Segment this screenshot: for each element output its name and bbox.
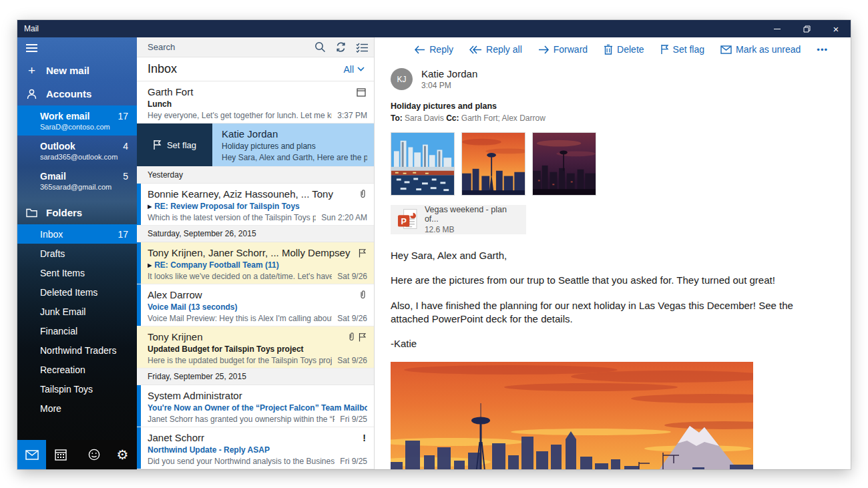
item-time: Sat 9/26 (332, 314, 367, 323)
minimize-button[interactable] (763, 20, 792, 37)
paperclip-icon (360, 189, 366, 199)
feedback-smiley-icon (88, 449, 100, 461)
attachment-size: 12.6 MB (425, 225, 519, 234)
paperclip-icon (360, 290, 366, 300)
set-flag-button[interactable]: Set flag (660, 44, 704, 55)
account-email: 365sarad@gmail.com (40, 183, 128, 191)
reply-button[interactable]: Reply (414, 44, 453, 55)
list-item-tony-krijnen-budget[interactable]: Tony Krijnen Updated Budget for Tailspin… (137, 326, 374, 369)
sidebar-account-work-email[interactable]: Work email17 SaraD@contoso.com (17, 105, 137, 136)
settings-gear-icon: ⚙ (117, 448, 129, 461)
calendar-small-icon (357, 87, 366, 97)
item-subject: Holiday pictures and plans (222, 142, 316, 151)
search-icon[interactable] (314, 41, 326, 53)
sidebar-folder-tailspin-toys[interactable]: Tailspin Toys (17, 379, 137, 399)
folders-button[interactable]: Folders (17, 201, 137, 224)
delete-button[interactable]: Delete (604, 44, 644, 55)
folder-name: Financial (40, 326, 77, 336)
sidebar-folder-recreation[interactable]: Recreation (17, 360, 137, 379)
swipe-label: Set flag (167, 140, 196, 150)
folder-name: Inbox (40, 229, 63, 240)
list-item-bonnie-kearney[interactable]: Bonnie Kearney, Aziz Hassouneh, ... Tony… (137, 184, 374, 226)
mail-app-window: Mail × + New mail Accounts Work email (17, 20, 851, 469)
list-header: Inbox All (137, 57, 374, 81)
list-item-alex-darrow[interactable]: Alex Darrow Voice Mail (13 seconds) Voic… (137, 284, 374, 326)
reply-all-button[interactable]: Reply all (469, 44, 522, 55)
list-item-garth-fort[interactable]: Garth Fort Lunch Hey everyone, Let's get… (137, 81, 374, 124)
flag-icon (153, 140, 162, 150)
folder-name: Junk Email (40, 306, 85, 317)
body-paragraph: Also, I have finished the planning for o… (391, 299, 811, 326)
message-toolbar: Reply Reply all Forward Delete Set flag … (375, 37, 851, 57)
seattle-dusk-thumbnail[interactable] (532, 132, 596, 196)
restore-icon (803, 25, 811, 33)
avatar: KJ (391, 68, 413, 90)
mail-dock-button[interactable] (17, 440, 46, 469)
thread-arrow-icon: ▶ (148, 262, 152, 268)
folder-count: 17 (118, 229, 128, 240)
sidebar-folder-drafts[interactable]: Drafts (17, 244, 137, 263)
message-subject: Holiday pictures and plans (391, 101, 851, 111)
settings-dock-button[interactable]: ⚙ (108, 440, 137, 469)
more-button[interactable]: ••• (817, 45, 828, 55)
unread-count: 5 (123, 171, 128, 182)
powerpoint-file-icon: P (397, 208, 418, 231)
forward-label: Forward (554, 44, 588, 55)
forward-icon (538, 45, 550, 54)
account-name: Work email (40, 111, 89, 121)
item-subject: Lunch (148, 99, 172, 109)
attachment-chip[interactable]: P Vegas weekend - plan of... 12.6 MB (391, 205, 526, 234)
sync-icon[interactable] (335, 41, 347, 53)
mark-unread-label: Mark as unread (736, 44, 801, 55)
new-mail-label: New mail (46, 65, 89, 76)
item-sender: Bonnie Kearney, Aziz Hassouneh, ... Tony (148, 188, 360, 200)
close-button[interactable]: × (821, 20, 851, 37)
body-paragraph: Hey Sara, Alex and Garth, (391, 249, 811, 262)
sidebar-account-outlook[interactable]: Outlook4 sarad365@outlook.com (17, 136, 137, 166)
sidebar-account-gmail[interactable]: Gmail5 365sarad@gmail.com (17, 166, 137, 196)
list-item-janet-schorr[interactable]: Janet Schorr ! Northwind Update - Reply … (137, 427, 374, 469)
item-time: Sat 9/26 (332, 272, 367, 281)
sidebar-folder-more[interactable]: More (17, 399, 137, 418)
sidebar-folder-deleted-items[interactable]: Deleted Items (17, 282, 137, 302)
calendar-dock-button[interactable] (46, 440, 75, 469)
folder-icon (26, 208, 37, 218)
seattle-waterfront-thumbnail[interactable] (391, 132, 455, 196)
select-icon[interactable] (356, 42, 369, 53)
sidebar-folder-sent-items[interactable]: Sent Items (17, 263, 137, 282)
sidebar-folder-inbox[interactable]: Inbox17 (17, 224, 137, 244)
item-sender: Tony Krijnen, Janer Schorr, ... Molly De… (148, 247, 359, 258)
selected-message-body[interactable]: Katie Jordan Holiday pictures and plans … (212, 124, 374, 166)
reply-all-icon (469, 45, 482, 54)
delete-label: Delete (617, 44, 644, 55)
accounts-button[interactable]: Accounts (17, 82, 137, 105)
more-icon: ••• (817, 45, 828, 55)
hamburger-icon (26, 42, 37, 54)
feedback-dock-button[interactable] (79, 440, 108, 469)
to-value: Sara Davis (403, 113, 446, 123)
search-input[interactable]: Search (148, 42, 314, 52)
mark-unread-button[interactable]: Mark as unread (720, 44, 801, 55)
hamburger-button[interactable] (17, 37, 137, 59)
sidebar-bottom-bar: ⚙ (17, 440, 137, 469)
restore-button[interactable] (792, 20, 821, 37)
item-time: Sat 9/26 (332, 356, 367, 365)
sidebar-folder-financial[interactable]: Financial (17, 321, 137, 340)
new-mail-button[interactable]: + New mail (17, 59, 137, 82)
account-email: SaraD@contoso.com (40, 123, 128, 131)
set-flag-swipe-action[interactable]: Set flag (137, 124, 212, 166)
mail-icon (25, 450, 39, 460)
sidebar-folder-northwind-traders[interactable]: Northwind Traders (17, 340, 137, 360)
forward-button[interactable]: Forward (538, 44, 588, 55)
list-item-katie-jordan[interactable]: Set flag Katie Jordan Holiday pictures a… (137, 124, 374, 167)
group-header-yesterday: Yesterday (137, 167, 374, 184)
list-item-tony-krijnen-football[interactable]: Tony Krijnen, Janer Schorr, ... Molly De… (137, 242, 374, 284)
list-item-system-administrator[interactable]: System Administrator You're Now an Owner… (137, 385, 374, 427)
seattle-sunset-thumbnail[interactable] (461, 132, 525, 196)
message-sender-name: Katie Jordan (421, 68, 477, 79)
sidebar-folder-junk-email[interactable]: Junk Email (17, 302, 137, 321)
search-bar: Search (137, 37, 374, 57)
filter-dropdown[interactable]: All (343, 64, 365, 75)
cc-value: Garth Fort; Alex Darrow (459, 113, 545, 123)
seattle-sunset-hero-image[interactable] (391, 362, 753, 469)
